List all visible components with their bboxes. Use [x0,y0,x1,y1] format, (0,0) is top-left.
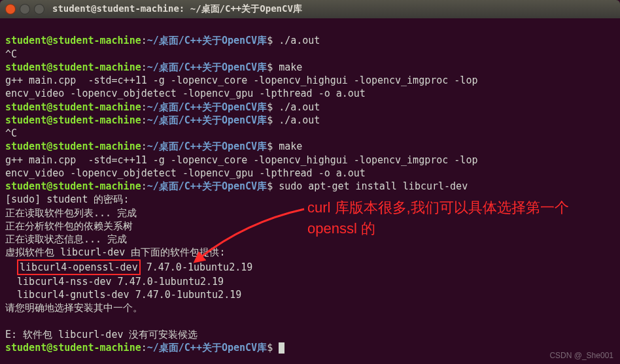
prompt-path: ~/桌面/C++关于OpenCV库 [147,114,267,126]
terminal-body[interactable]: student@student-machine:~/桌面/C++关于OpenCV… [0,18,620,357]
terminal-cursor [279,342,284,354]
prompt-userhost: student@student-machine [5,342,141,354]
prompt-path: ~/桌面/C++关于OpenCV库 [147,180,267,192]
prompt-userhost: student@student-machine [5,61,141,73]
command: sudo apt-get install libcurl-dev [279,180,468,192]
prompt-path: ~/桌面/C++关于OpenCV库 [147,35,267,46]
output-line: E: 软件包 libcurl-dev 没有可安装候选 [5,329,198,340]
output-line: 请您明确地选择安装其中一个。 [5,302,143,314]
maximize-icon[interactable] [34,4,44,14]
prompt-userhost: student@student-machine [5,141,141,152]
highlighted-package: libcurl4-openssl-dev [17,259,141,275]
prompt-path: ~/桌面/C++关于OpenCV库 [147,342,267,354]
output-line: [sudo] student 的密码: [5,193,129,205]
prompt-userhost: student@student-machine [5,114,141,126]
prompt-userhost: student@student-machine [5,101,141,113]
command: ./a.out [279,114,320,126]
output-line: libcurl4-openssl-dev 7.47.0-1ubuntu2.19 [5,261,252,273]
window-titlebar: student@student-machine: ~/桌面/C++关于OpenC… [0,0,620,18]
command: ./a.out [279,101,320,113]
watermark: CSDN @_She001 [549,351,613,360]
close-icon[interactable] [5,4,16,14]
output-line: encv_video -lopencv_objdetect -lopencv_g… [5,167,366,179]
prompt-path: ~/桌面/C++关于OpenCV库 [147,101,267,113]
window-controls [5,4,44,14]
output-line: libcurl4-nss-dev 7.47.0-1ubuntu2.19 [5,276,224,288]
output-line: libcurl4-gnutls-dev 7.47.0-1ubuntu2.19 [5,289,241,301]
command: make [279,61,302,73]
output-line: 正在读取软件包列表... 完成 [5,207,137,219]
prompt-userhost: student@student-machine [5,180,141,192]
output-line: 正在分析软件包的依赖关系树 [5,220,133,232]
output-line: encv_video -lopencv_objdetect -lopencv_g… [5,88,366,99]
minimize-icon[interactable] [20,4,30,14]
output-line: ^C [5,127,17,139]
command: ./a.out [279,35,320,46]
prompt-path: ~/桌面/C++关于OpenCV库 [147,141,267,152]
prompt-userhost: student@student-machine [5,35,141,46]
window-title: student@student-machine: ~/桌面/C++关于OpenC… [52,3,302,15]
output-line: ^C [5,48,17,60]
output-line: 正在读取状态信息... 完成 [5,233,127,245]
output-line: 虚拟软件包 libcurl-dev 由下面的软件包提供: [5,246,225,258]
command: make [279,141,302,152]
output-line: g++ main.cpp -std=c++11 -g -lopencv_core… [5,74,477,86]
prompt-path: ~/桌面/C++关于OpenCV库 [147,61,267,73]
output-line: g++ main.cpp -std=c++11 -g -lopencv_core… [5,154,477,166]
